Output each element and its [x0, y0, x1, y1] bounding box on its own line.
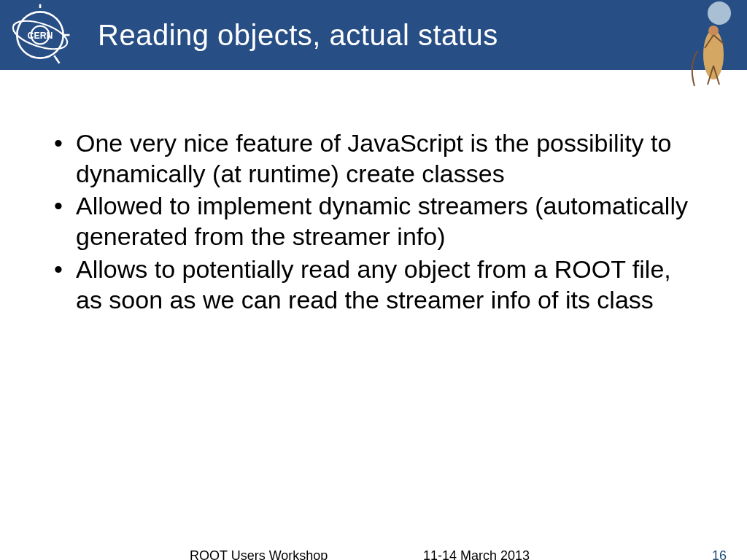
list-item: One very nice feature of JavaScript is t…: [53, 128, 703, 189]
decorative-figure: [683, 0, 741, 88]
bullet-list: One very nice feature of JavaScript is t…: [53, 128, 703, 315]
svg-point-9: [708, 26, 719, 36]
svg-point-7: [708, 1, 731, 25]
cern-logo: CERN: [0, 0, 80, 70]
footer-event: ROOT Users Workshop: [190, 548, 328, 560]
svg-line-5: [54, 55, 59, 63]
slide: CERN Reading objects, actual status One …: [0, 0, 747, 560]
slide-title: Reading objects, actual status: [98, 19, 498, 52]
page-number: 16: [712, 548, 727, 560]
list-item: Allows to potentially read any object fr…: [53, 254, 703, 315]
content-area: One very nice feature of JavaScript is t…: [53, 128, 703, 316]
footer-date: 11-14 March 2013: [423, 548, 530, 560]
svg-point-8: [703, 30, 724, 79]
svg-text:CERN: CERN: [28, 31, 53, 41]
header-band: CERN Reading objects, actual status: [0, 0, 747, 70]
list-item: Allowed to implement dynamic streamers (…: [53, 190, 703, 252]
